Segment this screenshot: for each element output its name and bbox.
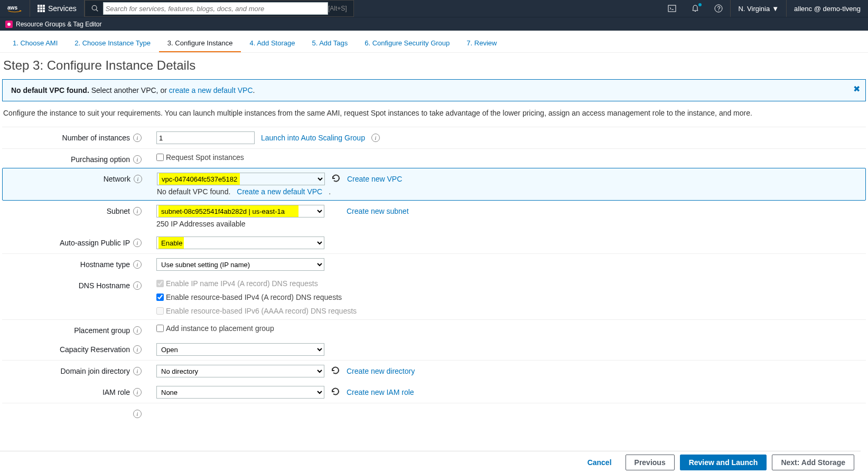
svg-text:aws: aws — [7, 5, 17, 11]
svg-rect-3 — [668, 5, 676, 12]
info-icon[interactable]: i — [133, 345, 142, 354]
resource-groups-icon — [5, 21, 13, 28]
next-button[interactable]: Next: Add Storage — [772, 455, 854, 470]
footer-bar: Cancel Previous Review and Launch Next: … — [0, 451, 861, 473]
region-selector[interactable]: N. Virginia ▼ — [730, 0, 786, 17]
subnet-select[interactable]: subnet-08c952541f4ab282d | us-east-1a — [156, 205, 324, 217]
network-select[interactable]: vpc-0474064fc537e5182 — [157, 173, 325, 185]
tab-review[interactable]: 7. Review — [458, 35, 505, 52]
search-container: [Alt+S] — [85, 0, 354, 17]
dns-ipv4-ipname-checkbox — [156, 280, 164, 287]
iam-select[interactable]: None — [156, 386, 324, 399]
tab-add-tags[interactable]: 5. Add Tags — [303, 35, 356, 52]
create-subnet-link[interactable]: Create new subnet — [347, 207, 409, 215]
info-icon[interactable]: i — [134, 175, 142, 183]
info-icon[interactable]: i — [133, 239, 142, 247]
create-default-vpc-link[interactable]: create a new default VPC — [169, 86, 253, 94]
row-public-ip: Auto-assign Public IPi Enable — [2, 232, 866, 253]
row-domain-join: Domain join directoryi No directory Crea… — [2, 360, 866, 382]
aws-header: aws Services [Alt+S] ? N. Virginia ▼ all… — [0, 0, 868, 17]
svg-line-2 — [96, 10, 98, 11]
cancel-button[interactable]: Cancel — [579, 455, 620, 470]
content-area[interactable]: Step 3: Configure Instance Details No de… — [0, 53, 868, 452]
refresh-icon[interactable] — [331, 387, 340, 398]
search-icon — [91, 5, 99, 12]
tab-choose-instance-type[interactable]: 2. Choose Instance Type — [66, 35, 159, 52]
svg-point-1 — [92, 5, 97, 10]
dns-ipv4-resource-checkbox[interactable] — [156, 294, 164, 301]
search-input[interactable] — [103, 2, 328, 15]
info-icon[interactable]: i — [133, 281, 142, 290]
account-menu[interactable]: allenc @ demo-tlveng — [786, 0, 868, 17]
help-icon[interactable]: ? — [707, 0, 730, 17]
row-purchasing-option: Purchasing optioni Request Spot instance… — [2, 148, 866, 168]
review-launch-button[interactable]: Review and Launch — [680, 455, 767, 470]
info-icon[interactable]: i — [133, 155, 142, 164]
create-iam-role-link[interactable]: Create new IAM role — [347, 388, 414, 396]
tab-add-storage[interactable]: 4. Add Storage — [241, 35, 303, 52]
row-hostname: Hostname typei Use subnet setting (IP na… — [2, 253, 866, 275]
search-shortcut: [Alt+S] — [328, 5, 347, 12]
create-default-vpc-link-2[interactable]: Create a new default VPC — [237, 187, 322, 196]
create-vpc-link[interactable]: Create new VPC — [347, 175, 402, 183]
cloudshell-icon[interactable] — [660, 0, 684, 17]
row-capacity-reservation: Capacity Reservationi Open — [2, 339, 866, 360]
number-of-instances-input[interactable] — [156, 131, 255, 144]
row-iam-role: IAM rolei None Create new IAM role — [2, 382, 866, 403]
tab-configure-instance[interactable]: 3. Configure Instance — [159, 35, 241, 52]
row-dns-hostname: DNS Hostnamei Enable IP name IPv4 (A rec… — [2, 275, 866, 319]
row-network: Networki vpc-0474064fc537e5182 Create ne… — [2, 168, 866, 201]
refresh-icon[interactable] — [331, 174, 341, 185]
info-icon[interactable]: i — [371, 134, 380, 142]
aws-logo[interactable]: aws — [0, 0, 30, 17]
info-icon[interactable]: i — [133, 410, 142, 418]
vpc-alert: No default VPC found. Select another VPC… — [2, 79, 866, 101]
chevron-down-icon: ▼ — [772, 5, 779, 13]
row-placement-group: Placement groupi Add instance to placeme… — [2, 319, 866, 339]
row-subnet: Subneti subnet-08c952541f4ab282d | us-ea… — [2, 201, 866, 232]
row-number-of-instances: Number of instancesi Launch into Auto Sc… — [2, 127, 866, 148]
subheader-title[interactable]: Resource Groups & Tag Editor — [16, 21, 102, 28]
info-icon[interactable]: i — [133, 388, 142, 396]
form-table: Number of instancesi Launch into Auto Sc… — [2, 127, 866, 424]
capacity-select[interactable]: Open — [156, 343, 324, 356]
dns-ipv6-checkbox — [156, 307, 164, 315]
domain-select[interactable]: No directory — [156, 365, 324, 377]
placement-group-checkbox[interactable] — [156, 325, 164, 332]
create-directory-link[interactable]: Create new directory — [347, 367, 415, 375]
svg-text:?: ? — [717, 5, 721, 12]
request-spot-checkbox[interactable] — [156, 154, 164, 161]
refresh-icon[interactable] — [331, 366, 340, 377]
page-description: Configure the instance to suit your requ… — [2, 109, 866, 117]
notifications-icon[interactable] — [684, 0, 707, 17]
page-title: Step 3: Configure Instance Details — [2, 58, 866, 73]
info-icon[interactable]: i — [133, 260, 142, 269]
services-menu-button[interactable]: Services — [30, 0, 85, 17]
previous-button[interactable]: Previous — [626, 455, 675, 470]
launch-asg-link[interactable]: Launch into Auto Scaling Group — [261, 134, 365, 142]
info-icon[interactable]: i — [133, 134, 142, 142]
info-icon[interactable]: i — [133, 207, 142, 215]
info-icon[interactable]: i — [133, 326, 142, 335]
grid-icon — [38, 5, 45, 12]
row-partial: i — [2, 403, 866, 424]
wizard-tabs: 1. Choose AMI 2. Choose Instance Type 3.… — [0, 31, 868, 53]
close-icon[interactable]: ✖ — [853, 84, 860, 94]
hostname-select[interactable]: Use subnet setting (IP name) — [156, 258, 324, 271]
subheader: Resource Groups & Tag Editor — [0, 17, 868, 31]
info-icon[interactable]: i — [133, 367, 142, 375]
tab-choose-ami[interactable]: 1. Choose AMI — [4, 35, 66, 52]
public-ip-select[interactable]: Enable — [156, 236, 324, 249]
tab-security-group[interactable]: 6. Configure Security Group — [356, 35, 458, 52]
svg-point-6 — [7, 23, 11, 26]
